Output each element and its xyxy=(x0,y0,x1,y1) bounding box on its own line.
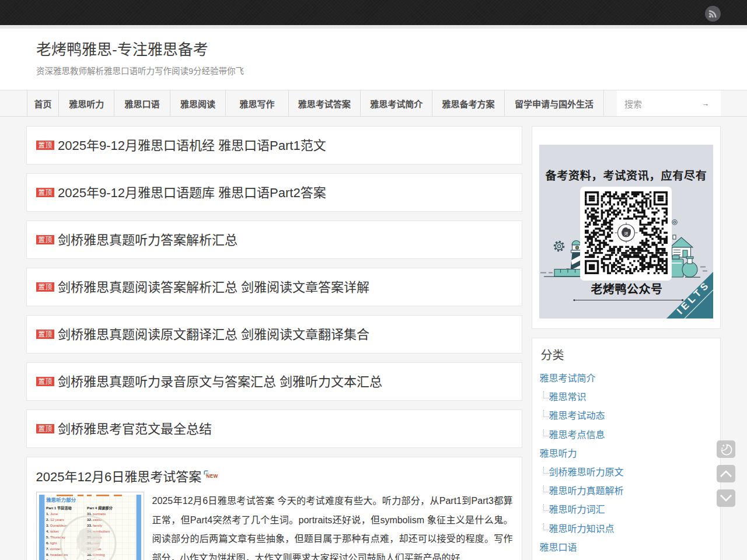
svg-text:32.: 32. xyxy=(87,517,92,522)
svg-text:light: light xyxy=(50,541,57,545)
svg-text:12 years: 12 years xyxy=(50,517,64,522)
svg-text:2.: 2. xyxy=(46,517,49,522)
svg-text:6.: 6. xyxy=(46,541,49,545)
svg-text:33.: 33. xyxy=(87,523,92,527)
svg-text:Thursday: Thursday xyxy=(50,535,66,539)
svg-text:老烤鸭公众号: 老烤鸭公众号 xyxy=(591,282,662,296)
svg-text:烤: 烤 xyxy=(75,537,99,560)
svg-text:8.: 8. xyxy=(46,552,49,556)
svg-text:雅思听力部分: 雅思听力部分 xyxy=(46,497,76,503)
svg-text:5.: 5. xyxy=(46,535,49,539)
svg-text:NEW: NEW xyxy=(207,474,218,479)
svg-text:1.: 1. xyxy=(46,512,49,516)
svg-text:Part 1 节目活动: Part 1 节目活动 xyxy=(46,506,72,510)
svg-text:Part 4 阅读部分: Part 4 阅读部分 xyxy=(87,506,113,510)
svg-text:3.: 3. xyxy=(46,523,49,527)
svg-text:31.: 31. xyxy=(87,512,92,516)
svg-text:烤: 烤 xyxy=(624,231,628,236)
svg-text:ticket: ticket xyxy=(50,529,59,533)
svg-text:portraits: portraits xyxy=(93,512,106,516)
svg-text:Donaldson: Donaldson xyxy=(50,523,68,527)
svg-text:4.: 4. xyxy=(46,529,49,533)
svg-text:headaches: headaches xyxy=(50,552,68,556)
svg-text:7.: 7. xyxy=(46,547,49,551)
svg-text:family: family xyxy=(93,523,103,527)
svg-text:June: June xyxy=(50,512,58,516)
svg-text:备考资料，考试资讯，应有尽有: 备考资料，考试资讯，应有尽有 xyxy=(544,169,707,182)
